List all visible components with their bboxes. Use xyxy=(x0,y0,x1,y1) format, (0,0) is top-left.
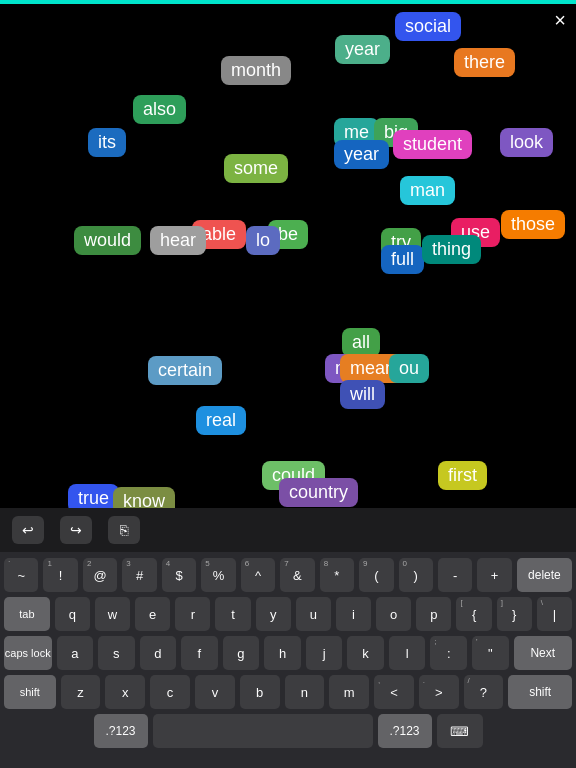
key-emoji[interactable]: ⌨ xyxy=(437,714,483,748)
word-chip-there[interactable]: there xyxy=(454,48,515,77)
key-rparen[interactable]: 0) xyxy=(399,558,433,592)
key-k[interactable]: k xyxy=(347,636,384,670)
key-g[interactable]: g xyxy=(223,636,260,670)
key-next[interactable]: Next xyxy=(514,636,572,670)
key-pipe[interactable]: \| xyxy=(537,597,572,631)
word-chip-month[interactable]: month xyxy=(221,56,291,85)
key-row-1: tabqwertyuiop[{]}\| xyxy=(4,597,572,631)
key-sym-left[interactable]: .?123 xyxy=(94,714,148,748)
word-chip-certain[interactable]: certain xyxy=(148,356,222,385)
close-button[interactable]: × xyxy=(554,10,566,30)
keyboard: `~1!2@3#4$5%6^7&8*9(0)-+deletetabqwertyu… xyxy=(0,552,576,768)
key-h[interactable]: h xyxy=(264,636,301,670)
key-row-2: caps lockasdfghjkl;:'"Next xyxy=(4,636,572,670)
key-u[interactable]: u xyxy=(296,597,331,631)
word-chip-hear[interactable]: hear xyxy=(150,226,206,255)
key-caps-lock[interactable]: caps lock xyxy=(4,636,52,670)
key-lparen[interactable]: 9( xyxy=(359,558,393,592)
word-chip-its[interactable]: its xyxy=(88,128,126,157)
word-chip-those[interactable]: those xyxy=(501,210,565,239)
key-row-4: .?123.?123⌨ xyxy=(4,714,572,748)
key-at[interactable]: 2@ xyxy=(83,558,117,592)
key-f[interactable]: f xyxy=(181,636,218,670)
paste-button[interactable]: ⎘ xyxy=(108,516,140,544)
key-l[interactable]: l xyxy=(389,636,426,670)
word-chip-real[interactable]: real xyxy=(196,406,246,435)
word-chip-year2[interactable]: year xyxy=(334,140,389,169)
undo-button[interactable]: ↩ xyxy=(12,516,44,544)
key-hash[interactable]: 3# xyxy=(122,558,156,592)
key-minus[interactable]: - xyxy=(438,558,472,592)
key-amp[interactable]: 7& xyxy=(280,558,314,592)
key-z[interactable]: z xyxy=(61,675,101,709)
keyboard-toolbar: ↩ ↪ ⎘ xyxy=(0,508,576,552)
key-c[interactable]: c xyxy=(150,675,190,709)
key-s[interactable]: s xyxy=(98,636,135,670)
key-i[interactable]: i xyxy=(336,597,371,631)
key-lt[interactable]: ,< xyxy=(374,675,414,709)
key-delete[interactable]: delete xyxy=(517,558,572,592)
word-chip-social[interactable]: social xyxy=(395,12,461,41)
word-chip-lo[interactable]: lo xyxy=(246,226,280,255)
word-chip-year1[interactable]: year xyxy=(335,35,390,64)
word-chip-would[interactable]: would xyxy=(74,226,141,255)
key-a[interactable]: a xyxy=(57,636,94,670)
key-r[interactable]: r xyxy=(175,597,210,631)
key-tab[interactable]: tab xyxy=(4,597,50,631)
key-b[interactable]: b xyxy=(240,675,280,709)
key-plus[interactable]: + xyxy=(477,558,511,592)
key-x[interactable]: x xyxy=(105,675,145,709)
key-p[interactable]: p xyxy=(416,597,451,631)
key-quote[interactable]: '" xyxy=(472,636,509,670)
word-chip-country[interactable]: country xyxy=(279,478,358,507)
key-rbrace[interactable]: ]} xyxy=(497,597,532,631)
key-o[interactable]: o xyxy=(376,597,411,631)
key-excl[interactable]: 1! xyxy=(43,558,77,592)
word-chip-all[interactable]: all xyxy=(342,328,380,357)
key-lbrace[interactable]: [{ xyxy=(456,597,491,631)
key-y[interactable]: y xyxy=(256,597,291,631)
key-e[interactable]: e xyxy=(135,597,170,631)
key-pct[interactable]: 5% xyxy=(201,558,235,592)
key-space[interactable] xyxy=(153,714,373,748)
key-tilde[interactable]: `~ xyxy=(4,558,38,592)
key-star[interactable]: 8* xyxy=(320,558,354,592)
key-question[interactable]: /? xyxy=(464,675,504,709)
word-chip-thing[interactable]: thing xyxy=(422,235,481,264)
key-m[interactable]: m xyxy=(329,675,369,709)
word-chip-also[interactable]: also xyxy=(133,95,186,124)
word-chip-ou[interactable]: ou xyxy=(389,354,429,383)
key-rshift[interactable]: shift xyxy=(508,675,572,709)
key-w[interactable]: w xyxy=(95,597,130,631)
key-j[interactable]: j xyxy=(306,636,343,670)
word-chip-look[interactable]: look xyxy=(500,128,553,157)
key-colon[interactable]: ;: xyxy=(430,636,467,670)
word-chip-student[interactable]: student xyxy=(393,130,472,159)
key-q[interactable]: q xyxy=(55,597,90,631)
word-chip-man[interactable]: man xyxy=(400,176,455,205)
key-sym-right[interactable]: .?123 xyxy=(378,714,432,748)
key-d[interactable]: d xyxy=(140,636,177,670)
key-row-0: `~1!2@3#4$5%6^7&8*9(0)-+delete xyxy=(4,558,572,592)
word-chip-first[interactable]: first xyxy=(438,461,487,490)
word-chip-some[interactable]: some xyxy=(224,154,288,183)
word-chip-will[interactable]: will xyxy=(340,380,385,409)
key-shift[interactable]: shift xyxy=(4,675,56,709)
redo-button[interactable]: ↪ xyxy=(60,516,92,544)
word-chip-full[interactable]: full xyxy=(381,245,424,274)
key-n[interactable]: n xyxy=(285,675,325,709)
key-v[interactable]: v xyxy=(195,675,235,709)
key-dollar[interactable]: 4$ xyxy=(162,558,196,592)
key-row-3: shiftzxcvbnm,<.>/?shift xyxy=(4,675,572,709)
key-t[interactable]: t xyxy=(215,597,250,631)
top-bar xyxy=(0,0,576,4)
key-gt[interactable]: .> xyxy=(419,675,459,709)
key-caret[interactable]: 6^ xyxy=(241,558,275,592)
